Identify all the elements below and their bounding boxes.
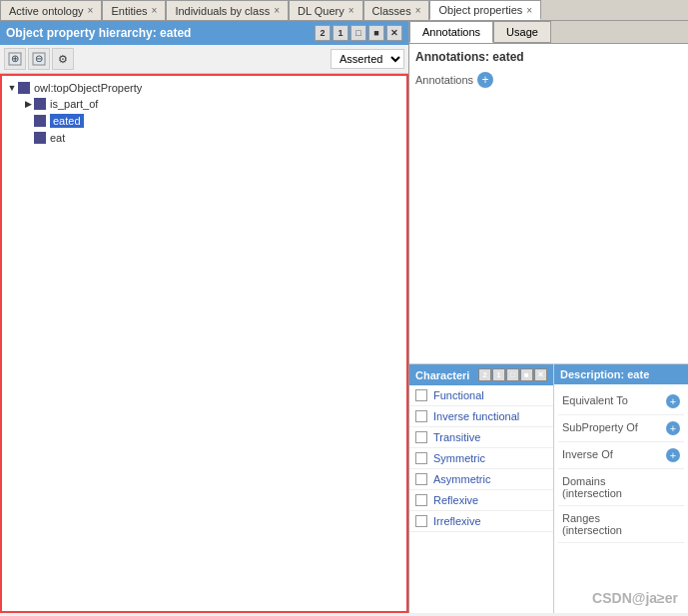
svg-text:⊖: ⊖: [35, 53, 43, 64]
char-icon-restore[interactable]: □: [506, 368, 519, 381]
char-checkbox-functional[interactable]: [415, 389, 427, 401]
char-checkbox-irreflexive[interactable]: [415, 515, 427, 527]
is-part-of-toggle[interactable]: ▶: [22, 98, 34, 110]
tab-individuals-by-class-label: Individuals by class: [175, 5, 270, 17]
char-icon-minimize[interactable]: ■: [520, 368, 533, 381]
description-header: Description: eate: [554, 364, 688, 384]
char-item-irreflexive: Irreflexive: [409, 511, 553, 532]
char-label-transitive: Transitive: [433, 431, 480, 443]
char-label-inverse-functional: Inverse functional: [433, 410, 519, 422]
tree-node-root[interactable]: ▼ owl:topObjectProperty: [6, 80, 402, 96]
characteristics-title: Characteri: [415, 369, 469, 381]
add-subproperty-of-button[interactable]: +: [666, 421, 680, 435]
tab-bar: Active ontology × Entities × Individuals…: [0, 0, 688, 21]
char-item-inverse-functional: Inverse functional: [409, 406, 553, 427]
tab-dl-query-close[interactable]: ×: [348, 5, 354, 16]
char-label-symmetric: Symmetric: [433, 452, 485, 464]
char-icon-2[interactable]: 2: [478, 368, 491, 381]
bottom-right: Characteri 2 1 □ ■ ✕ Functional: [409, 363, 688, 613]
eat-label: eat: [50, 132, 65, 144]
tab-active-ontology[interactable]: Active ontology ×: [0, 0, 102, 20]
desc-label-subproperty-of: SubProperty Of: [562, 421, 662, 433]
left-panel-header: Object property hierarchy: eated 2 1 □ ■…: [0, 21, 408, 45]
tab-entities-close[interactable]: ×: [152, 5, 158, 16]
tab-dl-query[interactable]: DL Query ×: [289, 0, 363, 20]
description-title: Description: eate: [560, 368, 649, 380]
left-panel-header-icons: 2 1 □ ■ ✕: [315, 25, 402, 41]
char-checkbox-reflexive[interactable]: [415, 494, 427, 506]
desc-row-subproperty-of: SubProperty Of +: [558, 415, 684, 442]
is-part-of-label: is_part_of: [50, 98, 98, 110]
header-icon-minimize[interactable]: ■: [368, 25, 384, 41]
tab-individuals-by-class-close[interactable]: ×: [274, 5, 280, 16]
desc-label-domains: Domains (intersection: [562, 475, 662, 499]
desc-label-inverse-of: Inverse Of: [562, 448, 662, 460]
tab-individuals-by-class[interactable]: Individuals by class ×: [166, 0, 289, 20]
tab-active-ontology-close[interactable]: ×: [88, 5, 94, 16]
desc-label-ranges: Ranges (intersection: [562, 512, 662, 536]
char-checkbox-transitive[interactable]: [415, 431, 427, 443]
tab-classes-label: Classes: [372, 5, 411, 17]
add-annotation-button[interactable]: +: [477, 72, 493, 88]
eated-icon: [34, 115, 46, 127]
remove-property-button[interactable]: ⊖: [28, 48, 50, 70]
tree-node-is-part-of[interactable]: ▶ is_part_of: [22, 96, 402, 112]
configure-button[interactable]: ⚙: [52, 48, 74, 70]
tab-usage[interactable]: Usage: [493, 21, 551, 43]
char-checkbox-asymmetric[interactable]: [415, 473, 427, 485]
svg-text:⚙: ⚙: [58, 53, 68, 65]
main-container: Object property hierarchy: eated 2 1 □ ■…: [0, 21, 688, 613]
char-icon-close[interactable]: ✕: [534, 368, 547, 381]
char-item-symmetric: Symmetric: [409, 448, 553, 469]
annotations-label-row: Annotations +: [415, 72, 682, 88]
characteristics-panel: Characteri 2 1 □ ■ ✕ Functional: [409, 364, 554, 613]
char-icon-1[interactable]: 1: [492, 368, 505, 381]
desc-label-equivalent-to: Equivalent To: [562, 394, 662, 406]
left-panel-title: Object property hierarchy: eated: [6, 26, 191, 40]
eated-toggle[interactable]: [22, 115, 34, 127]
root-icon: [18, 82, 30, 94]
description-panel: Description: eate Equivalent To + SubPro…: [554, 364, 688, 613]
tab-annotations[interactable]: Annotations: [409, 21, 493, 43]
root-toggle[interactable]: ▼: [6, 82, 18, 94]
char-item-transitive: Transitive: [409, 427, 553, 448]
add-equivalent-to-button[interactable]: +: [666, 394, 680, 408]
tab-object-properties[interactable]: Object properties ×: [429, 0, 541, 20]
add-subproperty-button[interactable]: ⊕: [4, 48, 26, 70]
header-icon-2[interactable]: 2: [315, 25, 331, 41]
asserted-dropdown: Asserted Inferred: [331, 49, 404, 69]
view-mode-select[interactable]: Asserted Inferred: [331, 49, 404, 69]
tab-classes-close[interactable]: ×: [415, 5, 421, 16]
desc-row-inverse-of: Inverse Of +: [558, 442, 684, 469]
desc-row-equivalent-to: Equivalent To +: [558, 388, 684, 415]
char-label-asymmetric: Asymmetric: [433, 473, 490, 485]
characteristics-list: Functional Inverse functional Transitive…: [409, 385, 553, 613]
tab-usage-label: Usage: [506, 26, 538, 38]
eat-icon: [34, 132, 46, 144]
char-item-functional: Functional: [409, 385, 553, 406]
right-panel: Annotations Usage Annotations: eated Ann…: [409, 21, 688, 613]
annotations-header: Annotations: eated: [415, 50, 682, 64]
char-label-irreflexive: Irreflexive: [433, 515, 481, 527]
char-header-icons: 2 1 □ ■ ✕: [478, 368, 547, 381]
char-checkbox-inverse-functional[interactable]: [415, 410, 427, 422]
is-part-of-icon: [34, 98, 46, 110]
char-checkbox-symmetric[interactable]: [415, 452, 427, 464]
tab-entities[interactable]: Entities ×: [102, 0, 166, 20]
annotations-title: Annotations: eated: [415, 50, 524, 64]
add-inverse-of-button[interactable]: +: [666, 448, 680, 462]
description-content: Equivalent To + SubProperty Of + Inverse…: [554, 384, 688, 613]
tree-node-eat[interactable]: eat: [22, 130, 402, 146]
header-icon-restore[interactable]: □: [350, 25, 366, 41]
char-label-reflexive: Reflexive: [433, 494, 478, 506]
header-icon-close[interactable]: ✕: [386, 25, 402, 41]
annotations-text: Annotations: [415, 74, 473, 86]
eat-toggle[interactable]: [22, 132, 34, 144]
char-item-asymmetric: Asymmetric: [409, 469, 553, 490]
root-label: owl:topObjectProperty: [34, 82, 142, 94]
tab-object-properties-close[interactable]: ×: [526, 5, 532, 16]
tab-classes[interactable]: Classes ×: [363, 0, 430, 20]
tree-node-eated[interactable]: eated: [22, 112, 402, 130]
right-top-tabs: Annotations Usage: [409, 21, 688, 44]
header-icon-1[interactable]: 1: [333, 25, 348, 41]
